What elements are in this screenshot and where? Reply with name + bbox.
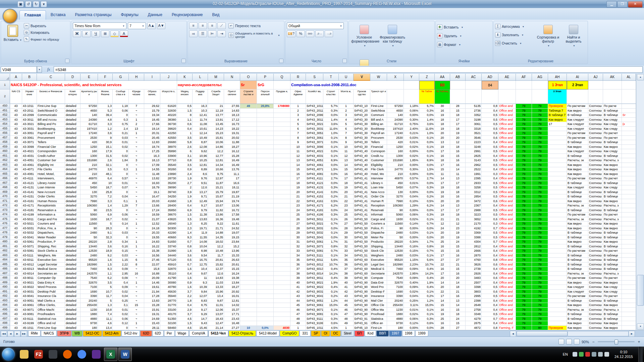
column-header-O[interactable]: O [240, 74, 257, 81]
percent-style-icon[interactable]: % [297, 31, 305, 37]
cell[interactable]: 2736 [466, 109, 482, 113]
cell[interactable]: Office and [498, 127, 516, 131]
cell[interactable]: 450 [387, 181, 404, 186]
cell[interactable]: detailed [65, 167, 80, 172]
cell[interactable]: 42290 [160, 231, 177, 235]
cell[interactable]: Как видно [567, 172, 588, 177]
row-header-467[interactable]: 467 [0, 181, 10, 186]
cell[interactable] [274, 122, 290, 127]
cell[interactable]: 0,2% [419, 194, 435, 199]
cell[interactable] [274, 158, 290, 163]
cell[interactable]: 180 [80, 326, 98, 330]
cell[interactable] [532, 89, 548, 104]
cell[interactable]: 15 [450, 109, 466, 113]
cell[interactable]: 0,4 [113, 281, 129, 285]
cell[interactable]: Расчеты, э [603, 203, 622, 208]
cell[interactable]: SrP43_20 [354, 109, 370, 113]
cell[interactable] [240, 231, 257, 235]
cell[interactable] [274, 285, 290, 290]
cell[interactable]: 40 [290, 281, 306, 285]
cell[interactable]: Как следует [567, 290, 588, 294]
cell[interactable]: 79 [516, 258, 532, 262]
cell[interactable]: 43-3031 [22, 127, 37, 131]
cell[interactable] [274, 317, 290, 321]
cell[interactable]: SrP43_4141 [306, 190, 323, 195]
cell[interactable]: Как видно [603, 326, 622, 330]
cell[interactable] [622, 262, 636, 267]
cell[interactable] [603, 89, 622, 104]
cell[interactable]: Соотнош [588, 267, 603, 272]
cell[interactable]: 0,7 [482, 317, 498, 321]
cell[interactable]: First-Lin [370, 326, 387, 330]
cell[interactable]: 13,83 [193, 217, 208, 222]
cell[interactable]: 43-9111 [22, 317, 37, 321]
cell[interactable]: Трансп орт и [370, 89, 387, 104]
cell[interactable]: Соотнош [588, 154, 603, 159]
cell[interactable] [622, 244, 636, 249]
cell[interactable]: 5135 [466, 104, 482, 109]
cell[interactable] [450, 81, 466, 89]
cell[interactable]: Соотнош [588, 317, 603, 321]
cell[interactable]: 11,6% [323, 127, 339, 131]
cell[interactable] [274, 222, 290, 226]
cell[interactable]: Office Machi [37, 308, 65, 312]
cell[interactable]: 79 [532, 294, 548, 299]
cell[interactable]: 11,38 [193, 213, 208, 217]
cell[interactable]: 15,91 [144, 308, 160, 312]
tray-icon-network[interactable] [598, 352, 603, 357]
cell[interactable]: В таблице [567, 253, 588, 258]
cell[interactable]: Как видно [567, 222, 588, 226]
cell[interactable]: 3312 [466, 190, 482, 195]
cell[interactable]: 1 [129, 199, 144, 204]
cell[interactable]: 30 [290, 235, 306, 240]
cell[interactable]: 27,27 [224, 326, 240, 330]
cell[interactable]: 79 [532, 122, 548, 127]
cell[interactable]: 11 [435, 172, 450, 177]
cell[interactable]: В таблице [567, 231, 588, 235]
cell[interactable]: 7540 [80, 276, 98, 281]
cell[interactable] [274, 240, 290, 244]
cell[interactable]: Human R [370, 199, 387, 204]
cell[interactable]: detailed [65, 203, 80, 208]
cell[interactable]: 32870 [160, 267, 177, 272]
cell[interactable] [240, 303, 257, 308]
cell[interactable] [622, 253, 636, 258]
cell[interactable]: Secretaries an [37, 272, 65, 276]
cell[interactable]: 14 [435, 203, 450, 208]
cell[interactable]: Reservati [370, 208, 387, 213]
cell[interactable]: 10,66 [208, 167, 224, 172]
cell[interactable] [622, 312, 636, 317]
cell[interactable]: В таблице [603, 253, 622, 258]
cell[interactable]: 19 [435, 312, 450, 317]
cell[interactable]: 0,15% [404, 249, 419, 253]
cell[interactable]: В таблице [603, 190, 622, 195]
cell[interactable]: 0,0% [257, 326, 274, 330]
cell[interactable]: По расчетам [567, 136, 588, 140]
cell[interactable]: 17,12 [224, 118, 240, 122]
cell[interactable]: 79 [532, 299, 548, 303]
sheet-tab-WB[interactable]: WB [72, 331, 83, 337]
cell[interactable] [548, 290, 567, 294]
cell[interactable]: 34250 [160, 194, 177, 199]
cell[interactable] [240, 127, 257, 131]
cell[interactable]: SrP43_4171 [306, 203, 323, 208]
cut-button[interactable]: ✂Вырезать [24, 22, 69, 29]
cell[interactable]: 2522 [466, 167, 482, 172]
cell[interactable]: SrP43_50 [354, 244, 370, 249]
cell[interactable]: 19,31 [224, 131, 240, 136]
cell[interactable]: 12 [435, 222, 450, 226]
column-header-AF[interactable]: AF [516, 74, 532, 81]
column-header-Q[interactable]: Q [274, 74, 290, 81]
cell[interactable]: 0,5 [482, 213, 498, 217]
cell[interactable]: 255430 [80, 303, 98, 308]
cell[interactable]: 9,17 [193, 203, 208, 208]
cell[interactable]: 16 [435, 244, 450, 249]
cell[interactable]: Compute [370, 276, 387, 281]
cell[interactable]: Tellers [370, 140, 387, 145]
cell[interactable]: 13 [129, 127, 144, 131]
find-select-button[interactable]: Найти и выделить▼ [561, 22, 586, 57]
cell[interactable]: 2367 [466, 203, 482, 208]
cell[interactable]: 2870 [466, 253, 482, 258]
cell[interactable]: 18 [435, 158, 450, 163]
cell[interactable] [274, 203, 290, 208]
